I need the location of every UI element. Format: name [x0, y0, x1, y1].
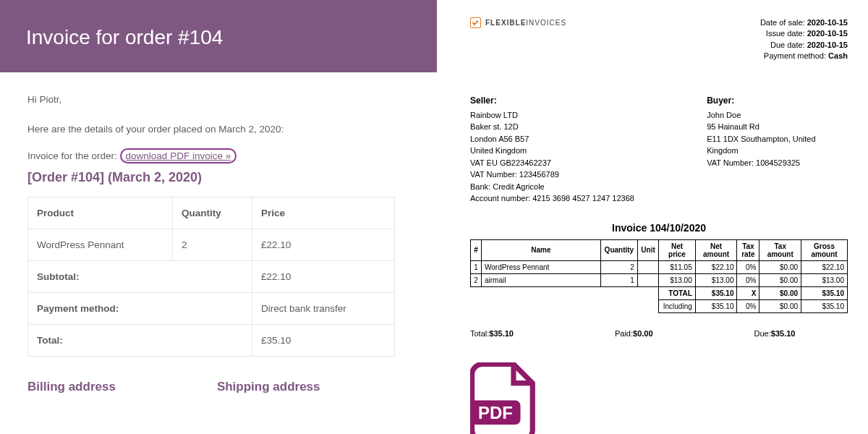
- cell-price: £22.10: [252, 229, 395, 261]
- cell-unit: [637, 273, 658, 286]
- invoice-row: 1 WordPress Pennant 2 $11.05 $22.10 0% $…: [471, 260, 848, 273]
- meta-sale-value: 2020-10-15: [807, 18, 848, 27]
- col-taxrate: Tax rate: [737, 239, 760, 260]
- pay-due-label: Due:: [754, 329, 771, 338]
- col-idx: #: [471, 239, 482, 260]
- col-gross: Gross amount: [801, 239, 848, 260]
- email-title: Invoice for order #104: [26, 26, 223, 48]
- download-pdf-highlight: download PDF invoice »: [120, 148, 237, 163]
- logo: FLEXIBLEINVOICES: [470, 17, 566, 28]
- buyer-line: VAT Number: 1084529325: [707, 157, 848, 169]
- meta-sale-label: Date of sale:: [760, 18, 805, 27]
- seller-line: Baker st. 12D: [470, 121, 663, 133]
- cell-netprice: $11.05: [659, 260, 696, 273]
- cell-unit: [637, 260, 658, 273]
- col-qty: Quantity: [600, 239, 637, 260]
- cell-gross: $22.10: [801, 260, 848, 273]
- order-heading-link[interactable]: [Order #104] (March 2, 2020): [27, 170, 415, 185]
- pay-paid-label: Paid:: [615, 329, 633, 338]
- buyer-line: E11 1DX Southampton, United Kingdom: [707, 133, 848, 157]
- col-netamount: Net amount: [695, 239, 737, 260]
- invoice-row: 2 airmail 1 $13.00 $13.00 0% $0.00 $13.0…: [471, 273, 848, 286]
- col-price: Price: [252, 197, 395, 229]
- label-total: Total:: [28, 325, 252, 357]
- buyer-block: Buyer: John Doe 95 Hainault Rd E11 1DX S…: [707, 94, 848, 205]
- order-table: Product Quantity Price WordPress Pennant…: [27, 197, 395, 357]
- meta-due-label: Due date:: [770, 41, 805, 49]
- cell-idx: 2: [471, 273, 482, 286]
- invoice-document: FLEXIBLEINVOICES Date of sale: 2020-10-1…: [437, 0, 868, 434]
- logo-text1: FLEXIBLE: [485, 19, 526, 27]
- value-subtotal: £22.10: [252, 261, 395, 293]
- col-taxamount: Tax amount: [760, 239, 801, 260]
- total-taxamount: $0.00: [760, 286, 801, 299]
- col-product: Product: [28, 197, 173, 229]
- row-including: Including $35.10 0% $0.00 $35.10: [471, 299, 848, 312]
- meta-issue-label: Issue date:: [766, 29, 805, 38]
- download-pdf-link[interactable]: download PDF invoice »: [126, 150, 231, 161]
- pdf-file-icon: PDF: [470, 362, 848, 434]
- cell-taxrate: 0%: [737, 260, 760, 273]
- seller-line: VAT Number: 123456789: [470, 169, 663, 181]
- value-payment: Direct bank transfer: [252, 293, 395, 325]
- meta-method-label: Payment method:: [764, 51, 826, 60]
- seller-heading: Seller:: [470, 94, 663, 107]
- buyer-line: John Doe: [707, 109, 848, 122]
- seller-line: Rainbow LTD: [470, 109, 663, 122]
- pay-total-label: Total:: [470, 329, 489, 338]
- email-panel: Invoice for order #104 Hi Piotr, Here ar…: [0, 0, 437, 434]
- including-taxamount: $0.00: [760, 299, 801, 312]
- seller-block: Seller: Rainbow LTD Baker st. 12D London…: [470, 94, 663, 205]
- label-payment: Payment method:: [28, 293, 252, 325]
- table-row: WordPress Pennant 2 £22.10: [28, 229, 395, 261]
- col-quantity: Quantity: [173, 197, 252, 229]
- seller-line: United Kingdom: [470, 145, 663, 157]
- seller-line: Account number: 4215 3698 4527 1247 1236…: [470, 192, 663, 205]
- row-total: Total: £35.10: [28, 325, 395, 357]
- email-header: Invoice for order #104: [0, 0, 437, 72]
- cell-taxrate: 0%: [737, 273, 760, 286]
- cell-gross: $13.00: [801, 273, 848, 286]
- cell-netprice: $13.00: [659, 273, 696, 286]
- invoice-items-table: # Name Quantity Unit Net price Net amoun…: [470, 239, 848, 313]
- cell-netamount: $13.00: [695, 273, 737, 286]
- col-name: Name: [482, 239, 601, 260]
- cell-idx: 1: [471, 260, 482, 273]
- billing-heading: Billing address: [27, 380, 116, 394]
- invoice-line-prefix: Invoice for the order:: [27, 150, 120, 161]
- buyer-heading: Buyer:: [707, 94, 848, 107]
- invoice-line: Invoice for the order: download PDF invo…: [27, 150, 415, 161]
- meta-issue-value: 2020-10-15: [807, 29, 848, 38]
- buyer-line: 95 Hainault Rd: [707, 121, 848, 133]
- meta-due-value: 2020-10-15: [807, 41, 848, 49]
- including-netamount: $35.10: [695, 299, 737, 312]
- pay-due-value: $35.10: [771, 329, 796, 338]
- total-gross: $35.10: [801, 286, 848, 299]
- cell-taxamount: $0.00: [760, 273, 801, 286]
- invoice-title: Invoice 104/10/2020: [470, 222, 848, 234]
- row-payment: Payment method: Direct bank transfer: [28, 293, 395, 325]
- cell-name: airmail: [482, 273, 601, 286]
- meta-method-value: Cash: [828, 51, 848, 60]
- row-subtotal: Subtotal: £22.10: [28, 261, 395, 293]
- cell-qty: 1: [600, 273, 637, 286]
- cell-netamount: $22.10: [695, 260, 737, 273]
- cell-qty: 2: [600, 260, 637, 273]
- logo-icon: [470, 17, 481, 28]
- intro-text: Here are the details of your order place…: [27, 124, 415, 135]
- seller-line: VAT EU GB223462237: [470, 157, 663, 169]
- including-taxrate: 0%: [737, 299, 760, 312]
- col-unit: Unit: [637, 239, 658, 260]
- logo-text2: INVOICES: [526, 19, 566, 27]
- col-netprice: Net price: [659, 239, 696, 260]
- cell-product: WordPress Pennant: [28, 229, 173, 261]
- including-label: Including: [659, 299, 696, 312]
- pay-paid-value: $0.00: [633, 329, 653, 338]
- seller-line: Bank: Credit Agricole: [470, 181, 663, 193]
- cell-quantity: 2: [173, 229, 252, 261]
- total-netamount: $35.10: [695, 286, 737, 299]
- total-label: TOTAL: [659, 286, 696, 299]
- greeting-text: Hi Piotr,: [27, 94, 415, 105]
- shipping-heading: Shipping address: [217, 380, 320, 394]
- value-total: £35.10: [252, 325, 395, 357]
